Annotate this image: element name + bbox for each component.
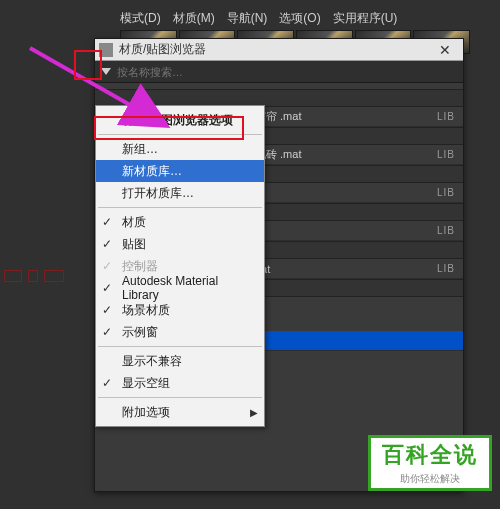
track-marker [44, 270, 64, 282]
menu-label: 附加选项 [122, 404, 170, 421]
material-tag: LIB [437, 225, 455, 236]
main-menubar: 模式(D) 材质(M) 导航(N) 选项(O) 实用程序(U) [120, 6, 397, 30]
material-browser-window: 材质/贴图浏览器 ✕ 窗帘 .mat LIB 地砖 .mat LIB LIB [94, 38, 464, 492]
menu-label: 显示空组 [122, 375, 170, 392]
menu-check-material[interactable]: ✓ 材质 [96, 211, 264, 233]
menu-show-incompatible[interactable]: 显示不兼容 [96, 350, 264, 372]
menu-separator [98, 207, 262, 208]
check-icon: ✓ [102, 281, 112, 295]
menu-material[interactable]: 材质(M) [173, 10, 215, 27]
check-icon: ✓ [102, 215, 112, 229]
material-tag: LIB [437, 149, 455, 160]
menu-open-library[interactable]: 打开材质库… [96, 182, 264, 204]
search-bar [95, 61, 463, 83]
menu-navigate[interactable]: 导航(N) [227, 10, 268, 27]
search-input[interactable] [117, 64, 457, 80]
menu-separator [98, 134, 262, 135]
material-tag: LIB [437, 111, 455, 122]
menu-new-library[interactable]: 新材质库… [96, 160, 264, 182]
window-title: 材质/贴图浏览器 [119, 41, 431, 58]
menu-separator [98, 346, 262, 347]
menu-header: 材质/贴图浏览器选项 [96, 109, 264, 131]
check-icon: ✓ [102, 259, 112, 273]
menu-utilities[interactable]: 实用程序(U) [333, 10, 398, 27]
check-icon: ✓ [102, 376, 112, 390]
menu-label: 控制器 [122, 258, 158, 275]
watermark-subtitle: 助你轻松解决 [400, 472, 460, 486]
watermark-badge: 百科全说 助你轻松解决 [368, 435, 492, 491]
track-marker [4, 270, 22, 282]
menu-check-scene[interactable]: ✓ 场景材质 [96, 299, 264, 321]
titlebar[interactable]: 材质/贴图浏览器 ✕ [95, 39, 463, 61]
menu-check-aml[interactable]: ✓ Autodesk Material Library [96, 277, 264, 299]
app-icon [99, 43, 113, 57]
menu-check-map[interactable]: ✓ 贴图 [96, 233, 264, 255]
track-marker [28, 270, 38, 282]
browser-options-menu: 材质/贴图浏览器选项 新组… 新材质库… 打开材质库… ✓ 材质 ✓ 贴图 ✓ … [95, 105, 265, 427]
check-icon: ✓ [102, 303, 112, 317]
menu-new-group[interactable]: 新组… [96, 138, 264, 160]
menu-separator [98, 397, 262, 398]
menu-check-sample[interactable]: ✓ 示例窗 [96, 321, 264, 343]
menu-extra-options[interactable]: 附加选项 ▶ [96, 401, 264, 423]
timeline-gutter [0, 260, 70, 300]
close-button[interactable]: ✕ [431, 42, 459, 58]
check-icon: ✓ [102, 325, 112, 339]
menu-label: 贴图 [122, 236, 146, 253]
menu-mode[interactable]: 模式(D) [120, 10, 161, 27]
material-tag: LIB [437, 263, 455, 274]
check-icon: ✓ [102, 237, 112, 251]
browser-body: 窗帘 .mat LIB 地砖 .mat LIB LIB LIB nat LIB [95, 83, 463, 491]
menu-show-empty[interactable]: ✓ 显示空组 [96, 372, 264, 394]
material-tag: LIB [437, 187, 455, 198]
submenu-arrow-icon: ▶ [250, 407, 258, 418]
menu-label: 示例窗 [122, 324, 158, 341]
menu-label: 场景材质 [122, 302, 170, 319]
menu-options[interactable]: 选项(O) [279, 10, 320, 27]
menu-label: Autodesk Material Library [122, 274, 246, 302]
menu-label: 材质 [122, 214, 146, 231]
watermark-title: 百科全说 [382, 440, 478, 470]
options-dropdown-arrow[interactable] [101, 68, 111, 75]
